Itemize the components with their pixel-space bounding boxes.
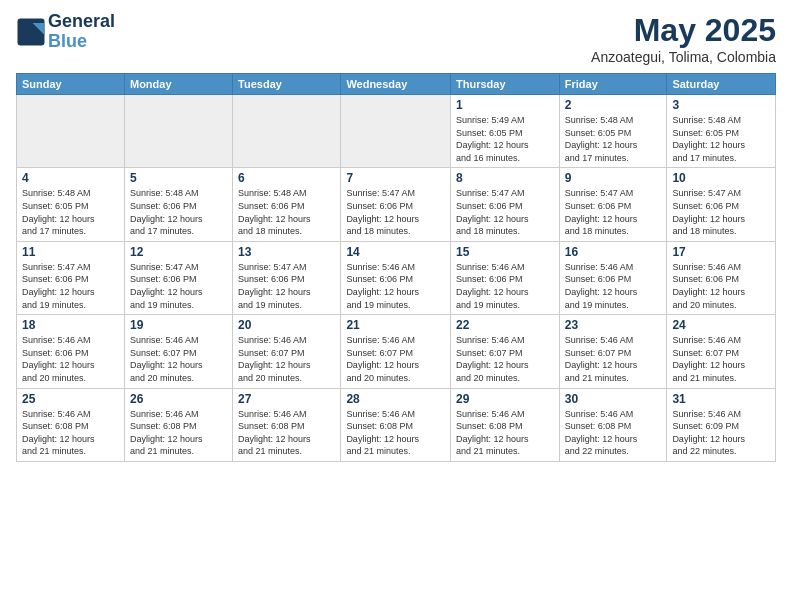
day-info: Sunrise: 5:47 AM Sunset: 6:06 PM Dayligh… — [672, 187, 770, 237]
day-cell: 13Sunrise: 5:47 AM Sunset: 6:06 PM Dayli… — [233, 241, 341, 314]
day-info: Sunrise: 5:46 AM Sunset: 6:07 PM Dayligh… — [456, 334, 554, 384]
logo-line1: General — [48, 12, 115, 32]
day-info: Sunrise: 5:46 AM Sunset: 6:08 PM Dayligh… — [456, 408, 554, 458]
day-info: Sunrise: 5:48 AM Sunset: 6:06 PM Dayligh… — [238, 187, 335, 237]
day-cell: 1Sunrise: 5:49 AM Sunset: 6:05 PM Daylig… — [451, 95, 560, 168]
day-cell: 20Sunrise: 5:46 AM Sunset: 6:07 PM Dayli… — [233, 315, 341, 388]
day-cell: 27Sunrise: 5:46 AM Sunset: 6:08 PM Dayli… — [233, 388, 341, 461]
day-number: 10 — [672, 171, 770, 185]
day-info: Sunrise: 5:46 AM Sunset: 6:07 PM Dayligh… — [672, 334, 770, 384]
day-info: Sunrise: 5:47 AM Sunset: 6:06 PM Dayligh… — [565, 187, 662, 237]
week-row-1: 1Sunrise: 5:49 AM Sunset: 6:05 PM Daylig… — [17, 95, 776, 168]
day-cell: 6Sunrise: 5:48 AM Sunset: 6:06 PM Daylig… — [233, 168, 341, 241]
title-section: May 2025 Anzoategui, Tolima, Colombia — [591, 12, 776, 65]
day-info: Sunrise: 5:47 AM Sunset: 6:06 PM Dayligh… — [238, 261, 335, 311]
day-info: Sunrise: 5:46 AM Sunset: 6:06 PM Dayligh… — [346, 261, 445, 311]
day-number: 18 — [22, 318, 119, 332]
calendar: SundayMondayTuesdayWednesdayThursdayFrid… — [16, 73, 776, 462]
day-info: Sunrise: 5:46 AM Sunset: 6:06 PM Dayligh… — [672, 261, 770, 311]
day-info: Sunrise: 5:46 AM Sunset: 6:08 PM Dayligh… — [346, 408, 445, 458]
day-number: 9 — [565, 171, 662, 185]
day-number: 31 — [672, 392, 770, 406]
location-subtitle: Anzoategui, Tolima, Colombia — [591, 49, 776, 65]
day-cell: 3Sunrise: 5:48 AM Sunset: 6:05 PM Daylig… — [667, 95, 776, 168]
day-cell: 12Sunrise: 5:47 AM Sunset: 6:06 PM Dayli… — [124, 241, 232, 314]
week-row-5: 25Sunrise: 5:46 AM Sunset: 6:08 PM Dayli… — [17, 388, 776, 461]
day-info: Sunrise: 5:46 AM Sunset: 6:07 PM Dayligh… — [130, 334, 227, 384]
logo: General Blue — [16, 12, 115, 52]
day-cell: 26Sunrise: 5:46 AM Sunset: 6:08 PM Dayli… — [124, 388, 232, 461]
day-number: 14 — [346, 245, 445, 259]
day-number: 28 — [346, 392, 445, 406]
day-number: 20 — [238, 318, 335, 332]
weekday-saturday: Saturday — [667, 74, 776, 95]
day-info: Sunrise: 5:48 AM Sunset: 6:05 PM Dayligh… — [22, 187, 119, 237]
day-info: Sunrise: 5:46 AM Sunset: 6:08 PM Dayligh… — [22, 408, 119, 458]
day-cell: 16Sunrise: 5:46 AM Sunset: 6:06 PM Dayli… — [559, 241, 667, 314]
day-info: Sunrise: 5:46 AM Sunset: 6:09 PM Dayligh… — [672, 408, 770, 458]
day-number: 7 — [346, 171, 445, 185]
day-cell: 31Sunrise: 5:46 AM Sunset: 6:09 PM Dayli… — [667, 388, 776, 461]
day-info: Sunrise: 5:46 AM Sunset: 6:08 PM Dayligh… — [238, 408, 335, 458]
day-number: 8 — [456, 171, 554, 185]
day-number: 27 — [238, 392, 335, 406]
day-info: Sunrise: 5:48 AM Sunset: 6:05 PM Dayligh… — [672, 114, 770, 164]
day-number: 16 — [565, 245, 662, 259]
day-info: Sunrise: 5:46 AM Sunset: 6:08 PM Dayligh… — [565, 408, 662, 458]
day-info: Sunrise: 5:46 AM Sunset: 6:07 PM Dayligh… — [346, 334, 445, 384]
day-cell: 25Sunrise: 5:46 AM Sunset: 6:08 PM Dayli… — [17, 388, 125, 461]
week-row-4: 18Sunrise: 5:46 AM Sunset: 6:06 PM Dayli… — [17, 315, 776, 388]
day-cell — [341, 95, 451, 168]
day-cell: 7Sunrise: 5:47 AM Sunset: 6:06 PM Daylig… — [341, 168, 451, 241]
day-number: 19 — [130, 318, 227, 332]
logo-icon — [16, 17, 46, 47]
day-number: 3 — [672, 98, 770, 112]
day-number: 22 — [456, 318, 554, 332]
day-number: 2 — [565, 98, 662, 112]
day-cell: 8Sunrise: 5:47 AM Sunset: 6:06 PM Daylig… — [451, 168, 560, 241]
day-info: Sunrise: 5:49 AM Sunset: 6:05 PM Dayligh… — [456, 114, 554, 164]
day-number: 1 — [456, 98, 554, 112]
day-info: Sunrise: 5:46 AM Sunset: 6:08 PM Dayligh… — [130, 408, 227, 458]
day-cell: 19Sunrise: 5:46 AM Sunset: 6:07 PM Dayli… — [124, 315, 232, 388]
day-info: Sunrise: 5:47 AM Sunset: 6:06 PM Dayligh… — [22, 261, 119, 311]
svg-rect-0 — [18, 18, 45, 45]
day-cell: 28Sunrise: 5:46 AM Sunset: 6:08 PM Dayli… — [341, 388, 451, 461]
day-cell: 18Sunrise: 5:46 AM Sunset: 6:06 PM Dayli… — [17, 315, 125, 388]
day-number: 15 — [456, 245, 554, 259]
day-info: Sunrise: 5:47 AM Sunset: 6:06 PM Dayligh… — [346, 187, 445, 237]
day-cell: 11Sunrise: 5:47 AM Sunset: 6:06 PM Dayli… — [17, 241, 125, 314]
day-cell: 5Sunrise: 5:48 AM Sunset: 6:06 PM Daylig… — [124, 168, 232, 241]
logo-text: General Blue — [48, 12, 115, 52]
day-cell: 10Sunrise: 5:47 AM Sunset: 6:06 PM Dayli… — [667, 168, 776, 241]
month-title: May 2025 — [591, 12, 776, 49]
day-cell: 17Sunrise: 5:46 AM Sunset: 6:06 PM Dayli… — [667, 241, 776, 314]
day-number: 24 — [672, 318, 770, 332]
week-row-3: 11Sunrise: 5:47 AM Sunset: 6:06 PM Dayli… — [17, 241, 776, 314]
week-row-2: 4Sunrise: 5:48 AM Sunset: 6:05 PM Daylig… — [17, 168, 776, 241]
day-number: 21 — [346, 318, 445, 332]
day-cell: 2Sunrise: 5:48 AM Sunset: 6:05 PM Daylig… — [559, 95, 667, 168]
day-info: Sunrise: 5:46 AM Sunset: 6:06 PM Dayligh… — [565, 261, 662, 311]
day-cell: 29Sunrise: 5:46 AM Sunset: 6:08 PM Dayli… — [451, 388, 560, 461]
weekday-wednesday: Wednesday — [341, 74, 451, 95]
day-number: 23 — [565, 318, 662, 332]
day-cell — [124, 95, 232, 168]
weekday-monday: Monday — [124, 74, 232, 95]
day-number: 25 — [22, 392, 119, 406]
day-info: Sunrise: 5:47 AM Sunset: 6:06 PM Dayligh… — [130, 261, 227, 311]
day-number: 29 — [456, 392, 554, 406]
day-number: 30 — [565, 392, 662, 406]
day-cell: 15Sunrise: 5:46 AM Sunset: 6:06 PM Dayli… — [451, 241, 560, 314]
day-number: 13 — [238, 245, 335, 259]
day-info: Sunrise: 5:46 AM Sunset: 6:06 PM Dayligh… — [456, 261, 554, 311]
weekday-sunday: Sunday — [17, 74, 125, 95]
day-cell: 21Sunrise: 5:46 AM Sunset: 6:07 PM Dayli… — [341, 315, 451, 388]
weekday-thursday: Thursday — [451, 74, 560, 95]
day-number: 6 — [238, 171, 335, 185]
weekday-header-row: SundayMondayTuesdayWednesdayThursdayFrid… — [17, 74, 776, 95]
day-info: Sunrise: 5:46 AM Sunset: 6:06 PM Dayligh… — [22, 334, 119, 384]
day-cell — [233, 95, 341, 168]
day-info: Sunrise: 5:46 AM Sunset: 6:07 PM Dayligh… — [565, 334, 662, 384]
day-number: 11 — [22, 245, 119, 259]
